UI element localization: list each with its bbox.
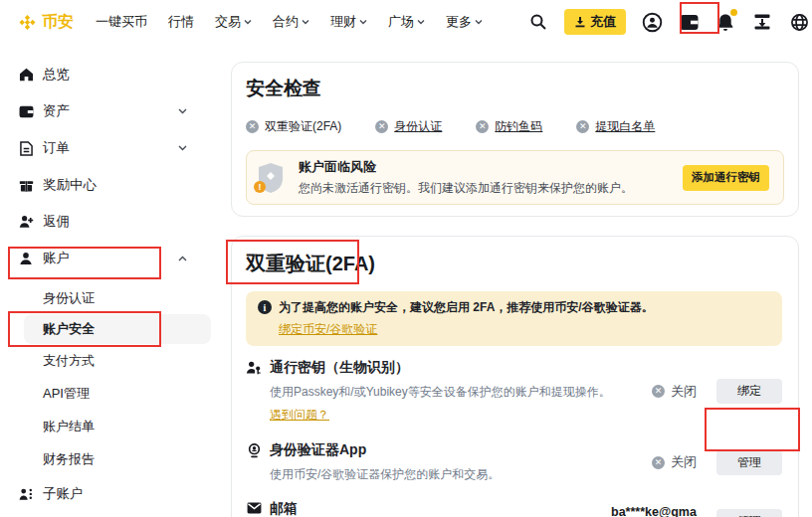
email-envelope-icon [246, 502, 262, 514]
sidebar: 总览 资产 订单 [0, 44, 227, 517]
banner-text: 为了提高您的账户安全，建议您启用 2FA，推荐使用币安/谷歌验证器。 [279, 299, 654, 316]
deposit-button[interactable]: 充值 [564, 9, 626, 35]
sidebar-item-account-statement[interactable]: 账户结单 [0, 410, 227, 442]
wallet-icon[interactable] [678, 11, 700, 33]
chevron-down-icon [302, 19, 309, 25]
top-navbar: 币安 一键买币 行情 交易 合约 理财 广场 更多 [0, 0, 812, 44]
home-icon [18, 68, 34, 82]
binance-diamond-icon [18, 13, 37, 32]
nav-item-futures[interactable]: 合约 [273, 13, 309, 31]
chevron-down-icon [359, 19, 367, 25]
sidebar-item-subaccounts[interactable]: 子账户 [18, 480, 215, 508]
sidebar-item-referral[interactable]: 返佣 [18, 208, 215, 236]
chevron-down-icon [244, 19, 252, 25]
sidebar-item-identity-verification[interactable]: 身份认证 [0, 281, 227, 314]
passkey-help-link[interactable]: 遇到问题？ [270, 407, 329, 424]
nav-menu: 一键买币 行情 交易 合约 理财 广场 更多 [96, 13, 483, 31]
logo-text: 币安 [42, 12, 74, 33]
check-item-antiphishing[interactable]: ✕ 防钓鱼码 [476, 118, 542, 135]
authenticator-row: 身份验证器App 使用币安/谷歌验证器保护您的账户和交易。 ✕ 关闭 管理 [246, 441, 782, 483]
wallet-icon [18, 105, 34, 118]
close-circle-icon: ✕ [652, 385, 665, 398]
chevron-up-icon [178, 256, 187, 261]
notifications-bell-icon[interactable] [714, 11, 736, 33]
shield-key-icon: ! [257, 162, 287, 194]
authenticator-status: ✕ 关闭 [611, 453, 697, 471]
check-item-2fa[interactable]: ✕ 双重验证(2FA) [246, 118, 341, 135]
passkey-status: ✕ 关闭 [611, 383, 697, 401]
bind-authenticator-link[interactable]: 绑定币安/谷歌验证 [279, 321, 377, 338]
download-app-icon[interactable] [751, 11, 773, 33]
twofa-title: 双重验证(2FA) [246, 251, 782, 277]
authenticator-app-icon [246, 443, 262, 458]
deposit-icon [574, 16, 586, 28]
authenticator-title: 身份验证器App [270, 441, 611, 459]
nav-item-markets[interactable]: 行情 [168, 13, 194, 31]
chevron-down-icon [475, 19, 483, 25]
subaccounts-people-icon [18, 487, 34, 501]
email-manage-button[interactable]: 管理 [716, 509, 782, 517]
check-item-identity[interactable]: ✕ 身份认证 [375, 118, 442, 135]
risk-title: 账户面临风险 [299, 158, 633, 176]
navbar-actions: 充值 [527, 9, 802, 35]
info-icon: i [258, 300, 272, 314]
twofa-card: 双重验证(2FA) i 为了提高您的账户安全，建议您启用 2FA，推荐使用币安/… [231, 236, 799, 517]
sidebar-item-assets[interactable]: 资产 [18, 97, 215, 125]
check-item-withdrawal-whitelist[interactable]: ✕ 提现白名单 [576, 118, 655, 135]
sidebar-item-rewards[interactable]: 奖励中心 [18, 171, 215, 199]
language-globe-icon[interactable] [788, 11, 810, 33]
close-circle-icon: ✕ [652, 456, 665, 469]
passkey-row: 通行密钥（生物识别） 使用Passkey和/或Yubikey等安全设备保护您的账… [246, 359, 782, 424]
passkey-title: 通行密钥（生物识别） [270, 359, 611, 377]
authenticator-description: 使用币安/谷歌验证器保护您的账户和交易。 [270, 466, 611, 483]
close-circle-icon: ✕ [576, 120, 589, 133]
authenticator-manage-button[interactable]: 管理 [716, 450, 782, 475]
notification-dot [730, 9, 737, 16]
sidebar-item-account-security[interactable]: 账户安全 [24, 314, 211, 344]
chevron-down-icon [178, 145, 187, 151]
email-title: 邮箱 [270, 500, 611, 517]
twofa-info-banner: i 为了提高您的账户安全，建议您启用 2FA，推荐使用币安/谷歌验证器。 绑定币… [246, 291, 782, 346]
referral-person-plus-icon [18, 215, 34, 229]
binance-logo[interactable]: 币安 [18, 12, 74, 33]
nav-item-earn[interactable]: 理财 [330, 13, 367, 31]
nav-item-square[interactable]: 广场 [388, 13, 425, 31]
sidebar-item-api-management[interactable]: API管理 [0, 377, 227, 410]
passkey-bind-button[interactable]: 绑定 [716, 379, 782, 404]
security-checklist: ✕ 双重验证(2FA) ✕ 身份认证 ✕ 防钓鱼码 ✕ 提现白名单 [246, 118, 784, 135]
close-circle-icon: ✕ [246, 120, 259, 133]
risk-warning-banner: ! 账户面临风险 您尚未激活通行密钥。我们建议添加通行密钥来保护您的账户。 添加… [246, 150, 784, 205]
security-check-card: 安全检查 ✕ 双重验证(2FA) ✕ 身份认证 ✕ 防钓鱼码 ✕ 提现白名单 [231, 62, 799, 217]
security-check-title: 安全检查 [246, 76, 784, 101]
account-submenu: 身份认证 账户安全 支付方式 API管理 账户结单 财务报告 [0, 281, 227, 475]
account-security-page: 币安 一键买币 行情 交易 合约 理财 广场 更多 [0, 0, 812, 517]
email-masked-value: ba****ke@gmail.com [611, 504, 697, 517]
account-person-icon [18, 252, 34, 265]
warning-exclamation-icon: ! [254, 181, 266, 193]
sidebar-item-orders[interactable]: 订单 [18, 134, 215, 162]
nav-item-trade[interactable]: 交易 [215, 13, 252, 31]
rewards-gift-icon [18, 178, 34, 192]
add-passkey-button[interactable]: 添加通行密钥 [683, 165, 769, 191]
chevron-down-icon [178, 108, 187, 114]
profile-icon[interactable] [641, 11, 663, 33]
search-icon[interactable] [527, 11, 549, 33]
orders-document-icon [18, 141, 34, 156]
nav-item-more[interactable]: 更多 [446, 13, 483, 31]
sidebar-item-overview[interactable]: 总览 [18, 61, 215, 88]
close-circle-icon: ✕ [476, 120, 489, 133]
chevron-down-icon [417, 19, 425, 25]
nav-item-buy-crypto[interactable]: 一键买币 [96, 13, 147, 31]
email-row: 邮箱 使用邮箱保护您的账户与交易。 ba****ke@gmail.com 管理 [246, 500, 782, 517]
passkey-description: 使用Passkey和/或Yubikey等安全设备保护您的账户和提现操作。 [270, 384, 611, 401]
sidebar-item-payment-methods[interactable]: 支付方式 [0, 344, 227, 377]
close-circle-icon: ✕ [375, 120, 388, 133]
passkey-person-key-icon [246, 361, 262, 375]
risk-description: 您尚未激活通行密钥。我们建议添加通行密钥来保护您的账户。 [299, 180, 633, 197]
sidebar-item-financial-reports[interactable]: 财务报告 [0, 442, 227, 475]
sidebar-item-account[interactable]: 账户 [18, 245, 215, 272]
